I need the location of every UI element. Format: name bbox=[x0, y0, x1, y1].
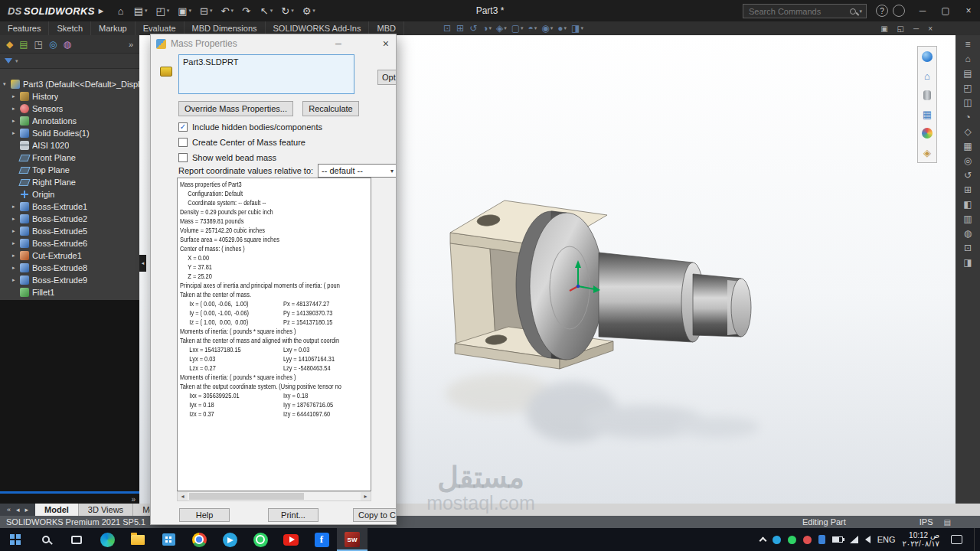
select-icon[interactable]: ↖ ▾ bbox=[256, 4, 276, 18]
tree-item[interactable]: ▸ Boss-Extrude8 bbox=[0, 262, 139, 274]
help-icon[interactable]: ? bbox=[876, 5, 888, 17]
dropdown-caret-icon[interactable]: ▾ bbox=[312, 8, 315, 14]
rail-icon[interactable]: ⊡ bbox=[964, 243, 972, 253]
override-mass-properties-button[interactable]: Override Mass Properties... bbox=[178, 101, 293, 116]
study-tab[interactable]: Model bbox=[35, 504, 79, 516]
rail-icon[interactable]: ▤ bbox=[963, 69, 972, 78]
checkbox-row[interactable]: Show weld bead mass bbox=[178, 153, 322, 162]
rail-icon[interactable]: ◔ bbox=[965, 112, 970, 122]
dropdown-caret-icon[interactable]: ▾ bbox=[210, 8, 213, 14]
tree-item[interactable]: AISI 1020 bbox=[0, 139, 139, 152]
home-icon[interactable]: ⌂ bbox=[114, 4, 129, 18]
dropdown-caret-icon[interactable]: ▾ bbox=[189, 8, 192, 14]
edit-appearance-icon[interactable]: ● ▾ bbox=[557, 23, 567, 34]
expand-arrow-icon[interactable]: ▸ bbox=[12, 106, 20, 112]
user-account-icon[interactable] bbox=[893, 5, 905, 17]
dialog-title-bar[interactable]: Mass Properties ─ × bbox=[151, 34, 396, 53]
rail-icon[interactable]: ≡ bbox=[965, 40, 970, 49]
doc-float-icon[interactable]: ◱ bbox=[897, 24, 904, 33]
hide-show-icon[interactable]: ◉ ▾ bbox=[541, 23, 554, 34]
pane-bottom-chevron-icon[interactable]: » bbox=[131, 495, 136, 504]
dropdown-caret-icon[interactable]: ▾ bbox=[550, 25, 554, 31]
rollback-bar[interactable] bbox=[0, 491, 139, 494]
network-icon[interactable] bbox=[850, 536, 858, 543]
dropdown-caret-icon[interactable]: ▾ bbox=[521, 25, 524, 31]
zoom-area-icon[interactable]: ⊞ bbox=[456, 23, 466, 34]
expand-arrow-icon[interactable]: ▸ bbox=[12, 130, 20, 136]
minimize-button[interactable]: ─ bbox=[911, 0, 934, 21]
edge-app-button[interactable] bbox=[92, 528, 122, 551]
scroll-left-arrow-icon[interactable]: ◂ bbox=[178, 492, 188, 500]
new-document-icon[interactable]: ▤ ▾ bbox=[130, 4, 152, 18]
filter-icon[interactable] bbox=[5, 58, 12, 64]
whatsapp-app-button[interactable] bbox=[245, 528, 276, 551]
panel-collapse-handle[interactable]: ◂ bbox=[139, 255, 146, 272]
dropdown-caret-icon[interactable]: ▾ bbox=[564, 25, 567, 31]
expand-arrow-icon[interactable]: ▸ bbox=[12, 277, 20, 283]
expand-arrow-icon[interactable]: ▸ bbox=[12, 204, 20, 210]
tray-update-icon[interactable] bbox=[803, 536, 812, 544]
custom-properties-tab[interactable] bbox=[920, 145, 935, 159]
command-tab[interactable]: Features bbox=[0, 21, 49, 35]
section-view-icon[interactable]: ◑ ▾ bbox=[482, 23, 492, 34]
tab-scroll-arrow-icon[interactable]: ▸ bbox=[25, 506, 29, 514]
tree-root-item[interactable]: ▾ Part3 (Default<<Default>_Display S bbox=[0, 78, 139, 90]
dropdown-caret-icon[interactable]: ▾ bbox=[504, 25, 507, 31]
dropdown-caret-icon[interactable]: ▾ bbox=[488, 25, 492, 31]
checkbox-row[interactable]: Create Center of Mass feature bbox=[178, 138, 322, 147]
tree-item[interactable]: ▸ Boss-Extrude6 bbox=[0, 237, 139, 249]
volume-icon[interactable] bbox=[865, 536, 871, 543]
dropdown-caret-icon[interactable]: ▾ bbox=[230, 8, 234, 14]
file-explorer-tab[interactable] bbox=[920, 88, 935, 102]
rail-icon[interactable]: ⊞ bbox=[964, 185, 972, 194]
rail-icon[interactable]: ↺ bbox=[964, 171, 972, 180]
scene-icon[interactable]: ◨ ▾ bbox=[570, 23, 584, 34]
redo-icon[interactable]: ↷ bbox=[238, 4, 256, 18]
tree-item[interactable]: ▸ Boss-Extrude5 bbox=[0, 225, 139, 237]
expand-arrow-icon[interactable]: ▸ bbox=[12, 118, 20, 124]
rail-icon[interactable]: ◰ bbox=[963, 83, 972, 93]
tree-item[interactable]: ▸ Annotations bbox=[0, 115, 139, 127]
open-document-icon[interactable]: ◰ ▾ bbox=[152, 4, 173, 18]
rail-icon[interactable]: ◇ bbox=[964, 127, 971, 136]
design-library-tab[interactable] bbox=[920, 69, 935, 83]
tree-item[interactable]: Right Plane bbox=[0, 176, 139, 188]
tree-item[interactable]: Fillet1 bbox=[0, 286, 139, 298]
tree-item[interactable]: ▸ Boss-Extrude1 bbox=[0, 201, 139, 213]
rail-icon[interactable]: ◧ bbox=[963, 200, 972, 209]
tree-item[interactable]: ▸ Cut-Extrude1 bbox=[0, 249, 139, 262]
notification-center-icon[interactable] bbox=[951, 535, 962, 544]
view-palette-tab[interactable] bbox=[920, 107, 935, 121]
facebook-app-button[interactable] bbox=[306, 528, 337, 551]
displaymanager-tab[interactable]: ◍ bbox=[63, 39, 70, 50]
dropdown-caret-icon[interactable]: ▾ bbox=[390, 168, 394, 174]
appearances-tab[interactable] bbox=[920, 126, 935, 140]
recalculate-button[interactable]: Recalculate bbox=[302, 101, 359, 116]
unit-system-selector[interactable]: IPS bbox=[920, 517, 933, 527]
dropdown-caret-icon[interactable]: ▾ bbox=[580, 25, 583, 31]
bluetooth-icon[interactable] bbox=[818, 535, 825, 544]
taskbar-clock[interactable]: 10:12 ص ٢٠٢٢/٠٨/١٧ bbox=[902, 531, 939, 548]
dimxpertmanager-tab[interactable]: ◎ bbox=[49, 39, 57, 50]
scroll-right-arrow-icon[interactable]: ▸ bbox=[361, 492, 371, 500]
propertymanager-tab[interactable]: ▤ bbox=[19, 39, 28, 50]
expand-arrow-icon[interactable]: ▸ bbox=[12, 265, 20, 271]
dialog-close-button[interactable]: × bbox=[383, 37, 389, 50]
undo-icon[interactable]: ↶ ▾ bbox=[217, 4, 237, 18]
tree-item[interactable]: ▸ Boss-Extrude2 bbox=[0, 213, 139, 225]
tray-whatsapp-icon[interactable] bbox=[788, 536, 796, 544]
dropdown-caret-icon[interactable]: ▾ bbox=[291, 8, 294, 14]
expand-arrow-icon[interactable]: ▸ bbox=[12, 228, 20, 234]
rail-icon[interactable]: ⌂ bbox=[965, 54, 970, 64]
expand-arrow-icon[interactable]: ▸ bbox=[12, 240, 20, 246]
options-icon[interactable]: ⚙ ▾ bbox=[299, 4, 319, 18]
rail-icon[interactable]: ◎ bbox=[964, 156, 972, 165]
solidworks-app-button[interactable] bbox=[337, 528, 368, 551]
dialog-minimize-button[interactable]: ─ bbox=[335, 39, 341, 48]
expand-arrow-icon[interactable]: ▸ bbox=[12, 93, 20, 99]
checkbox[interactable] bbox=[178, 138, 188, 147]
tray-telegram-icon[interactable] bbox=[773, 536, 781, 544]
coordinate-system-dropdown[interactable]: -- default -- ▾ bbox=[318, 164, 397, 178]
dropdown-caret-icon[interactable]: ▾ bbox=[145, 8, 148, 14]
tray-expand-icon[interactable] bbox=[760, 536, 766, 543]
